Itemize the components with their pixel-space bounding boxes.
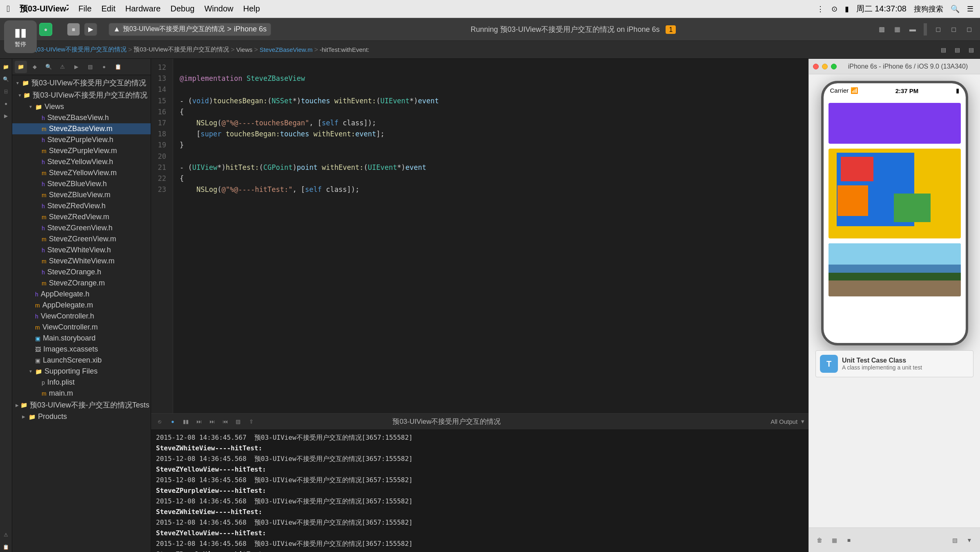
nav-icon-issues[interactable]: ⚠	[56, 61, 69, 73]
nav-icon-debug[interactable]: ▨	[84, 61, 96, 73]
sim-maximize-btn[interactable]	[831, 64, 837, 69]
console-line-9: 2015-12-08 14:36:45.568 预03-UIView不接受用户交…	[156, 517, 804, 528]
tree-row-baseviewm[interactable]: m SteveZBaseView.m	[12, 123, 151, 134]
bc-1[interactable]: 预03-UIView不接受用户交互的情况	[31, 46, 127, 53]
console-line-6: SteveZPurpleView----hitTest:	[156, 485, 804, 496]
search-icon-nav[interactable]: 🔍	[1, 74, 11, 84]
console-filter-btn[interactable]: ●	[167, 416, 178, 427]
expand-arrow-2: ▼	[18, 93, 22, 98]
iphone-screen[interactable]: +	[824, 98, 966, 343]
layout-btn-1[interactable]: ▩	[875, 23, 888, 36]
tree-row-vcH[interactable]: h ViewController.h	[12, 311, 151, 322]
code-content[interactable]: @implementation SteveZBaseView - (void)t…	[173, 59, 808, 413]
sim-list-btn[interactable]: ▼	[964, 534, 975, 546]
menu-edit[interactable]: Edit	[101, 4, 115, 13]
layout-btn-2[interactable]: ▦	[891, 23, 903, 36]
assistant-btn[interactable]: ▤	[951, 44, 963, 56]
nav-icon-find[interactable]: 🔍	[42, 61, 55, 73]
sim-close-btn[interactable]	[813, 64, 819, 69]
tree-row-yellowh[interactable]: h SteveZYellowView.h	[12, 156, 151, 167]
scm-icon[interactable]: ⌸	[1, 87, 11, 96]
tree-row-infoplist[interactable]: p Info.plist	[12, 377, 151, 388]
tree-row-appdelegatem[interactable]: m AppDelegate.m	[12, 300, 151, 311]
tree-row-assets[interactable]: 🖼 Images.xcassets	[12, 344, 151, 355]
stop-btn[interactable]: ■	[67, 23, 80, 36]
sim-grid-btn[interactable]: ▧	[949, 534, 960, 546]
tree-row-views[interactable]: ▼ 📁 Views	[12, 101, 151, 112]
tree-row-appdelegateh[interactable]: h AppDelegate.h	[12, 289, 151, 300]
tree-row-12[interactable]: ▼ 📁 预03-UIView不接受用户交互的情况	[12, 89, 151, 101]
console-step-out-btn[interactable]: ⏮	[220, 416, 230, 427]
menu-help[interactable]: Help	[243, 4, 260, 13]
nav-icon-bp[interactable]: ●	[98, 61, 110, 73]
apple-menu[interactable]: 	[7, 4, 10, 14]
menu-file[interactable]: File	[78, 4, 91, 13]
console-clear-btn[interactable]: ⎋	[154, 416, 165, 427]
tree-row-bluem[interactable]: m SteveZBlueView.m	[12, 189, 151, 200]
tree-row-11[interactable]: ▼ 📁 预03-UIView不接受用户交互的情况	[12, 77, 151, 89]
menu-extra[interactable]: ☰	[967, 4, 973, 13]
sim-single-btn[interactable]: ■	[843, 534, 855, 546]
version-btn[interactable]: ▤	[965, 44, 977, 56]
tree-row-vcM[interactable]: m ViewController.m	[12, 322, 151, 333]
menu-window[interactable]: Window	[204, 4, 233, 13]
layout-btn-3[interactable]: ▬	[906, 23, 919, 36]
console-pause-btn[interactable]: ▮▮	[180, 416, 191, 427]
tree-row-mainm[interactable]: m main.m	[12, 388, 151, 399]
tree-row-orangeh[interactable]: h SteveZOrange.h	[12, 267, 151, 278]
editor-mode-btn[interactable]: ▤	[938, 44, 949, 56]
breakpoints-icon[interactable]: ●	[1, 99, 11, 109]
bc-3[interactable]: Views	[236, 46, 253, 53]
console-step-in-btn[interactable]: ⏭	[207, 416, 217, 427]
tree-row-supporting[interactable]: ▼ 📁 Supporting Files	[12, 366, 151, 377]
code-line-12	[180, 62, 802, 73]
bc-2[interactable]: 预03-UIView不接受用户交互的情况	[134, 46, 229, 53]
console-step-over-btn[interactable]: ⏭	[194, 416, 204, 427]
nav-icon-report[interactable]: 📋	[112, 61, 124, 73]
inspector-toggle[interactable]: ◻	[963, 23, 975, 36]
console-output[interactable]: 2015-12-08 14:36:45.567 预03-UIView不接受用户交…	[151, 430, 808, 552]
console-line-11: 2015-12-08 14:36:45.568 预03-UIView不接受用户交…	[156, 539, 804, 549]
bc-5[interactable]: -hitTest:withEvent:	[320, 46, 370, 53]
tree-row-purpleh[interactable]: h SteveZPurpleView.h	[12, 134, 151, 145]
tree-row-whitem[interactable]: m SteveZWhiteView.m	[12, 256, 151, 267]
tree-row-purplem[interactable]: m SteveZPurpleView.m	[12, 145, 151, 156]
tree-row-launchscreen[interactable]: ▣ LaunchScreen.xib	[12, 355, 151, 366]
sim-split-btn[interactable]: ▦	[829, 534, 840, 546]
tree-row-products[interactable]: ▶ 📁 Products	[12, 411, 151, 422]
sim-trash-btn[interactable]: 🗑	[814, 534, 825, 546]
menu-hardware[interactable]: Hardware	[125, 4, 161, 13]
report-icon[interactable]: 📋	[1, 542, 11, 552]
tree-row-redm[interactable]: m SteveZRedView.m	[12, 211, 151, 223]
sim-minimize-btn[interactable]	[822, 64, 828, 69]
issues-icon[interactable]: ⚠	[1, 530, 11, 540]
console-area: ⎋ ● ▮▮ ⏭ ⏭ ⏮ ▨ ⇧ 预03-UIView不接受用户交互的情况 Al…	[151, 413, 808, 552]
nav-icon-sym[interactable]: ◆	[29, 61, 41, 73]
file-navigator-icon[interactable]: 📁	[1, 62, 11, 72]
console-share-btn[interactable]: ⇧	[246, 416, 256, 427]
tree-row-baseviewh[interactable]: h SteveZBaseView.h	[12, 112, 151, 123]
search-icon[interactable]: 🔍	[951, 4, 960, 13]
tree-row-blueh[interactable]: h SteveZBlueView.h	[12, 178, 151, 189]
tree-row-yellowm[interactable]: m SteveZYellowView.m	[12, 167, 151, 178]
tree-row-greenh[interactable]: h SteveZGreenView.h	[12, 223, 151, 234]
tree-row-storyboard[interactable]: ▣ Main.storyboard	[12, 333, 151, 344]
play-btn[interactable]: ▶	[84, 23, 97, 36]
scheme-selector[interactable]: ▲ 预03-UIView不接受用户交互的情况 > iPhone 6s	[109, 23, 271, 36]
app-name[interactable]: 预03-UIView不接受用户交互的情况	[20, 3, 69, 14]
tree-row-orangem[interactable]: m SteveZOrange.m	[12, 278, 151, 289]
tree-row-greenm[interactable]: m SteveZGreenView.m	[12, 234, 151, 245]
navigator-toggle[interactable]: ◻	[932, 23, 944, 36]
nav-icon-files[interactable]: 📁	[15, 61, 27, 73]
tree-row-whiteh[interactable]: h SteveZWhiteView.h	[12, 245, 151, 256]
bc-4[interactable]: SteveZBaseView.m	[260, 46, 313, 53]
debug-nav-icon[interactable]: ▶	[1, 111, 11, 121]
tree-row-tests[interactable]: ▶ 📁 预03-UIView不接-户交互的情况Tests	[12, 399, 151, 411]
menu-debug[interactable]: Debug	[170, 4, 194, 13]
console-debug-btn[interactable]: ▨	[233, 416, 243, 427]
nav-icon-test[interactable]: ▶	[70, 61, 82, 73]
maximize-window-btn[interactable]: ●	[39, 23, 52, 36]
suspend-badge[interactable]: ▮▮ 暂停	[4, 20, 37, 53]
tree-row-redh[interactable]: h SteveZRedView.h	[12, 200, 151, 211]
debug-toggle[interactable]: ◻	[947, 23, 960, 36]
